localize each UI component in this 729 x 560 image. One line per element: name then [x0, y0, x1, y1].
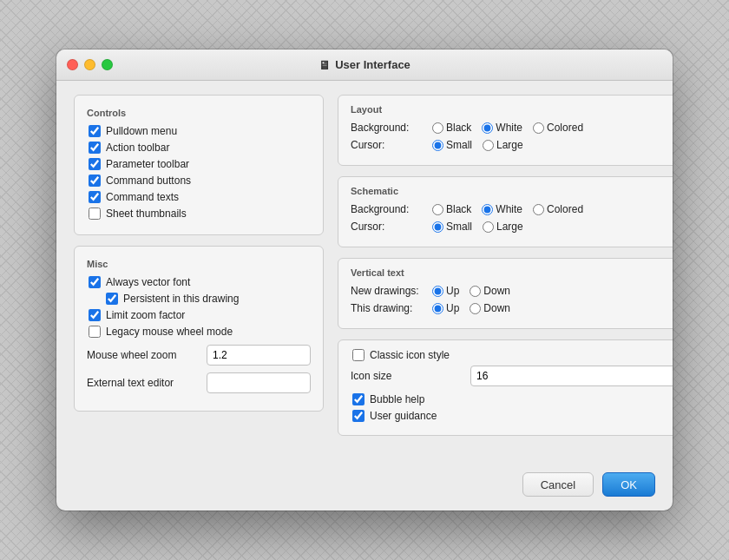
vector-font-label[interactable]: Always vector font — [106, 276, 190, 288]
layout-bg-black-radio[interactable] — [432, 122, 443, 134]
layout-cursor-small-option: Small — [432, 139, 472, 151]
schematic-section: Schematic Background: Black White Colore… — [338, 176, 673, 247]
this-drawing-up-option: Up — [432, 302, 459, 314]
cancel-button[interactable]: Cancel — [522, 472, 594, 497]
new-drawings-down-radio[interactable] — [470, 286, 481, 297]
new-drawings-label: New drawings: — [351, 285, 429, 297]
command-texts-label[interactable]: Command texts — [106, 191, 179, 203]
parameter-toolbar-checkbox[interactable] — [89, 158, 101, 170]
this-drawing-up-radio[interactable] — [432, 303, 443, 314]
sheet-thumbnails-label[interactable]: Sheet thumbnails — [106, 208, 187, 220]
layout-bg-colored-label[interactable]: Colored — [547, 122, 583, 134]
legacy-mouse-checkbox[interactable] — [89, 326, 101, 338]
layout-section: Layout Background: Black White Colored — [338, 95, 673, 166]
new-drawings-down-label[interactable]: Down — [483, 285, 510, 297]
layout-cursor-large-label[interactable]: Large — [496, 139, 523, 151]
limit-zoom-row: Limit zoom factor — [87, 309, 311, 321]
layout-bg-black-label[interactable]: Black — [446, 122, 471, 134]
schematic-cursor-large-option: Large — [483, 221, 523, 233]
layout-bg-white-label[interactable]: White — [496, 122, 522, 134]
external-text-editor-label: External text editor — [87, 377, 200, 389]
classic-icon-label[interactable]: Classic icon style — [370, 349, 450, 361]
pulldown-menu-checkbox[interactable] — [89, 125, 101, 137]
close-button[interactable] — [67, 59, 78, 70]
user-interface-window: 🖥 User Interface Controls Pulldown menu … — [56, 49, 673, 511]
schematic-bg-black-label[interactable]: Black — [446, 203, 471, 215]
external-text-editor-input[interactable] — [207, 372, 311, 393]
schematic-bg-black-option: Black — [432, 203, 471, 215]
schematic-cursor-large-label[interactable]: Large — [496, 221, 523, 233]
this-drawing-up-label[interactable]: Up — [446, 302, 459, 314]
schematic-cursor-small-option: Small — [432, 221, 472, 233]
new-drawings-row: New drawings: Up Down — [351, 285, 673, 297]
window-title: 🖥 User Interface — [319, 58, 410, 72]
layout-background-row: Background: Black White Colored — [351, 122, 673, 134]
new-drawings-up-label[interactable]: Up — [446, 285, 459, 297]
sheet-thumbnails-checkbox[interactable] — [89, 208, 101, 220]
mouse-wheel-zoom-input[interactable] — [207, 345, 311, 366]
schematic-bg-white-radio[interactable] — [482, 204, 493, 215]
layout-cursor-small-radio[interactable] — [432, 140, 443, 151]
layout-bg-white-radio[interactable] — [482, 122, 493, 134]
command-buttons-label[interactable]: Command buttons — [106, 175, 191, 187]
layout-bg-colored-radio[interactable] — [533, 122, 544, 134]
action-toolbar-label[interactable]: Action toolbar — [106, 142, 169, 154]
command-buttons-checkbox[interactable] — [89, 175, 101, 187]
classic-icon-row: Classic icon style — [351, 349, 673, 361]
new-drawings-down-option: Down — [470, 285, 510, 297]
vector-font-checkbox[interactable] — [89, 276, 101, 288]
schematic-cursor-small-radio[interactable] — [432, 221, 443, 233]
pulldown-menu-row: Pulldown menu — [87, 125, 311, 137]
action-toolbar-checkbox[interactable] — [89, 142, 101, 154]
persistent-checkbox[interactable] — [106, 293, 118, 305]
maximize-button[interactable] — [102, 59, 113, 70]
controls-section: Controls Pulldown menu Action toolbar Pa… — [74, 95, 324, 235]
schematic-cursor-small-label[interactable]: Small — [446, 221, 472, 233]
layout-title: Layout — [351, 104, 673, 115]
bubble-help-label[interactable]: Bubble help — [370, 393, 424, 405]
limit-zoom-label[interactable]: Limit zoom factor — [106, 309, 185, 321]
schematic-bg-black-radio[interactable] — [432, 204, 443, 215]
schematic-bg-white-label[interactable]: White — [496, 203, 522, 215]
schematic-bg-colored-radio[interactable] — [533, 204, 544, 215]
schematic-title: Schematic — [351, 186, 673, 196]
icon-size-input[interactable] — [470, 366, 673, 386]
schematic-background-label: Background: — [351, 203, 429, 215]
schematic-bg-colored-label[interactable]: Colored — [547, 203, 583, 215]
classic-icon-checkbox[interactable] — [352, 349, 364, 361]
command-texts-checkbox[interactable] — [89, 191, 101, 203]
persistent-label[interactable]: Persistent in this drawing — [123, 293, 239, 305]
pulldown-menu-label[interactable]: Pulldown menu — [106, 125, 177, 137]
this-drawing-down-radio[interactable] — [470, 303, 481, 314]
bubble-help-checkbox[interactable] — [352, 393, 364, 405]
command-buttons-row: Command buttons — [87, 175, 311, 187]
titlebar: 🖥 User Interface — [56, 49, 673, 81]
traffic-lights — [67, 59, 113, 70]
legacy-mouse-label[interactable]: Legacy mouse wheel mode — [106, 326, 233, 338]
user-guidance-label[interactable]: User guidance — [370, 410, 437, 422]
persistent-row: Persistent in this drawing — [87, 293, 311, 305]
extra-section: Classic icon style Icon size Bubble help… — [338, 339, 673, 436]
schematic-cursor-large-radio[interactable] — [483, 221, 494, 233]
schematic-background-row: Background: Black White Colored — [351, 203, 673, 215]
ok-button[interactable]: OK — [602, 472, 655, 497]
command-texts-row: Command texts — [87, 191, 311, 203]
this-drawing-down-label[interactable]: Down — [483, 302, 510, 314]
this-drawing-down-option: Down — [470, 302, 510, 314]
new-drawings-up-radio[interactable] — [432, 286, 443, 297]
schematic-cursor-row: Cursor: Small Large — [351, 221, 673, 233]
icon-size-label: Icon size — [351, 370, 463, 382]
user-guidance-checkbox[interactable] — [352, 410, 364, 422]
layout-cursor-row: Cursor: Small Large — [351, 139, 673, 151]
layout-cursor-large-radio[interactable] — [483, 140, 494, 151]
parameter-toolbar-label[interactable]: Parameter toolbar — [106, 158, 189, 170]
layout-cursor-small-label[interactable]: Small — [446, 139, 472, 151]
icon-size-row: Icon size — [351, 366, 673, 386]
misc-section: Misc Always vector font Persistent in th… — [74, 246, 324, 412]
controls-title: Controls — [87, 108, 311, 118]
mouse-wheel-zoom-row: Mouse wheel zoom — [87, 345, 311, 366]
limit-zoom-checkbox[interactable] — [89, 309, 101, 321]
minimize-button[interactable] — [84, 59, 95, 70]
layout-bg-white-option: White — [482, 122, 522, 134]
user-guidance-row: User guidance — [351, 410, 673, 422]
